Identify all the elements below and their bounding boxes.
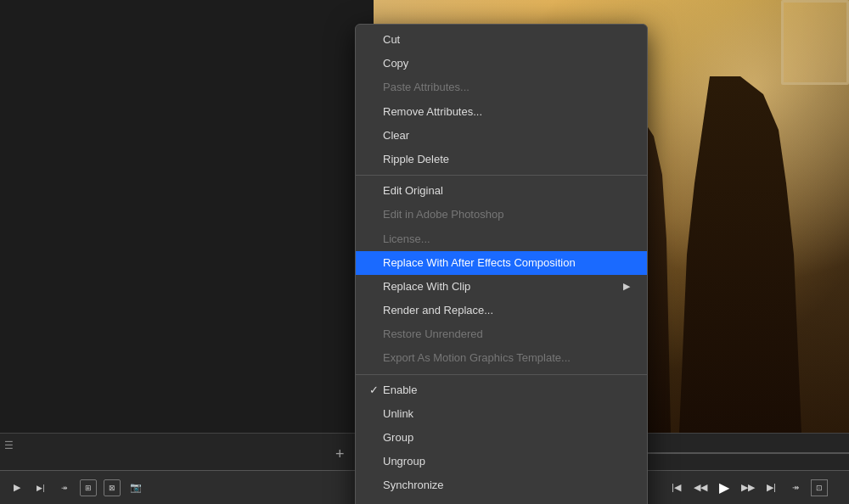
menu-item-edit-photoshop: Edit in Adobe Photoshop <box>356 203 647 227</box>
menu-item-label: Synchronize <box>383 478 630 493</box>
menu-item-synchronize[interactable]: Synchronize <box>356 473 647 497</box>
menu-separator <box>356 175 647 176</box>
window-frame <box>781 0 849 85</box>
context-menu: CutCopyPaste Attributes...Remove Attribu… <box>355 24 648 504</box>
menu-item-render-replace[interactable]: Render and Replace... <box>356 299 647 322</box>
menu-item-label: Edit in Adobe Photoshop <box>383 207 630 222</box>
menu-item-ungroup[interactable]: Ungroup <box>356 450 647 473</box>
menu-item-label: Ripple Delete <box>383 152 630 167</box>
left-panel <box>0 0 374 433</box>
play-btn[interactable]: ▶ <box>8 479 25 496</box>
menu-item-clear[interactable]: Clear <box>356 124 647 148</box>
menu-item-edit-original[interactable]: Edit Original <box>356 179 647 203</box>
transport-prev-frame[interactable]: ◀◀ <box>692 479 709 496</box>
silhouette-right <box>679 76 832 433</box>
add-clip-button[interactable]: + <box>335 445 345 463</box>
menu-item-label: Enable <box>383 383 630 398</box>
menu-item-label: Replace With Clip <box>383 279 623 294</box>
menu-item-paste-attributes: Paste Attributes... <box>356 76 647 99</box>
menu-item-label: Copy <box>383 56 630 71</box>
menu-item-label: Cut <box>383 32 630 48</box>
transport-play[interactable]: ▶ <box>716 479 733 496</box>
menu-item-label: Clear <box>383 128 630 143</box>
menu-item-label: Render and Replace... <box>383 303 630 318</box>
menu-item-export-motion-graphics: Export As Motion Graphics Template... <box>356 346 647 370</box>
menu-item-label: Replace With After Effects Composition <box>383 255 630 271</box>
menu-item-label: Edit Original <box>383 183 630 199</box>
menu-item-label: Export As Motion Graphics Template... <box>383 350 630 366</box>
insert-btn[interactable]: ⊞ <box>80 479 97 496</box>
menu-item-remove-attributes[interactable]: Remove Attributes... <box>356 100 647 124</box>
menu-separator <box>356 374 647 375</box>
menu-item-unlink[interactable]: Unlink <box>356 402 647 426</box>
submenu-arrow-icon: ▶ <box>623 280 630 293</box>
menu-item-enable[interactable]: ✓Enable <box>356 378 647 402</box>
overwrite-btn[interactable]: ⊠ <box>104 479 121 496</box>
transport-to-end[interactable]: ▶| <box>763 479 780 496</box>
menu-item-license: License... <box>356 227 647 251</box>
transport-next-frame[interactable]: ▶▶ <box>739 479 756 496</box>
transport-next-edit[interactable]: ↠ <box>787 479 804 496</box>
menu-item-label: Paste Attributes... <box>383 80 630 95</box>
menu-item-label: License... <box>383 232 630 247</box>
menu-item-label: Ungroup <box>383 454 630 469</box>
menu-item-replace-ae[interactable]: Replace With After Effects Composition <box>356 251 647 275</box>
menu-item-cut[interactable]: Cut <box>356 28 647 52</box>
track-collapse-icon[interactable]: ☰ <box>4 440 14 451</box>
menu-item-ripple-delete[interactable]: Ripple Delete <box>356 148 647 171</box>
menu-item-merge-clips[interactable]: Merge Clips... <box>356 498 647 504</box>
menu-item-copy[interactable]: Copy <box>356 52 647 76</box>
menu-item-replace-clip[interactable]: Replace With Clip▶ <box>356 275 647 299</box>
step-forward-btn[interactable]: ▶| <box>32 479 49 496</box>
menu-item-label: Unlink <box>383 406 630 422</box>
transport-safe-margins[interactable]: ⊡ <box>811 479 828 496</box>
menu-item-restore-unrendered: Restore Unrendered <box>356 322 647 346</box>
menu-item-label: Restore Unrendered <box>383 327 630 342</box>
camera-btn[interactable]: 📷 <box>127 479 144 496</box>
menu-item-group[interactable]: Group <box>356 426 647 450</box>
menu-item-label: Remove Attributes... <box>383 104 630 120</box>
menu-item-label: Group <box>383 430 630 445</box>
transport-to-start[interactable]: |◀ <box>668 479 685 496</box>
check-icon: ✓ <box>369 383 383 398</box>
next-edit-btn[interactable]: ↠ <box>56 479 73 496</box>
transport-controls-right: |◀ ◀◀ ▶ ▶▶ ▶| ↠ ⊡ <box>645 470 849 504</box>
